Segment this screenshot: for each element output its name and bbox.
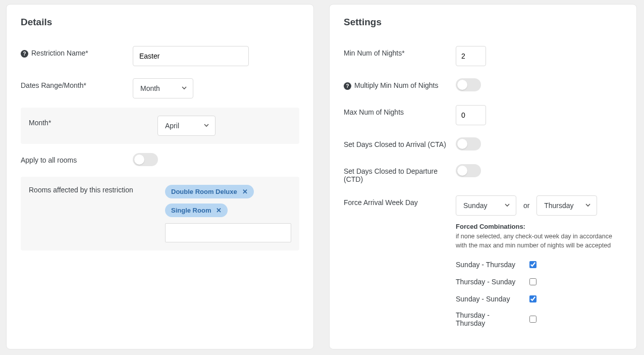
min-nights-label: Min Num of Nights*	[344, 46, 456, 57]
combo-checkbox[interactable]	[529, 295, 536, 302]
rooms-chips: Double Room Deluxe ✕ Single Room ✕	[165, 185, 291, 217]
room-chip[interactable]: Double Room Deluxe ✕	[165, 185, 254, 198]
combo-checkbox[interactable]	[529, 316, 536, 323]
remove-chip-icon[interactable]: ✕	[242, 188, 248, 195]
combo-checkbox[interactable]	[529, 261, 536, 268]
details-heading: Details	[21, 17, 299, 28]
settings-heading: Settings	[344, 17, 622, 28]
or-text: or	[523, 201, 529, 210]
combo-checkbox[interactable]	[529, 278, 536, 285]
forced-combinations-title: Forced Combinations:	[456, 223, 622, 230]
rooms-input[interactable]	[165, 223, 291, 242]
max-nights-label: Max Num of Nights	[344, 105, 456, 116]
combo-row: Sunday - Thursday	[456, 256, 622, 273]
ctd-label: Set Days Closed to Departure (CTD)	[344, 164, 456, 183]
room-chip[interactable]: Single Room ✕	[165, 204, 228, 217]
combo-row: Thursday - Sunday	[456, 273, 622, 290]
details-card: Details ? Restriction Name* Dates Range/…	[6, 4, 314, 349]
cta-toggle[interactable]	[456, 137, 481, 150]
combo-row: Thursday - Thursday	[456, 308, 622, 331]
restriction-name-input[interactable]	[133, 46, 249, 66]
max-nights-input[interactable]	[456, 105, 486, 125]
force-arrival-label: Force Arrival Week Day	[344, 195, 456, 207]
cta-label: Set Days Closed to Arrival (CTA)	[344, 137, 456, 148]
force-arrival-day2-select[interactable]: Thursday	[536, 195, 597, 216]
apply-all-rooms-label: Apply to all rooms	[21, 153, 133, 164]
help-icon[interactable]: ?	[344, 82, 351, 90]
month-select[interactable]: April	[157, 116, 216, 136]
multiply-min-nights-label: ? Multiply Min Num of Nights	[344, 78, 456, 90]
apply-all-rooms-toggle[interactable]	[133, 153, 158, 166]
force-arrival-day1-select[interactable]: Sunday	[456, 195, 516, 216]
combo-row: Sunday - Sunday	[456, 290, 622, 308]
restriction-name-label: ? Restriction Name*	[21, 46, 133, 58]
dates-range-select[interactable]: Month	[133, 78, 193, 98]
multiply-min-nights-toggle[interactable]	[456, 78, 481, 91]
remove-chip-icon[interactable]: ✕	[216, 207, 222, 214]
dates-range-label: Dates Range/Month*	[21, 78, 133, 89]
forced-combinations-note: if none selected, any check-out week day…	[456, 232, 622, 250]
month-label: Month*	[29, 116, 157, 127]
rooms-affected-label: Rooms affected by this restriction	[29, 185, 150, 242]
help-icon[interactable]: ?	[21, 50, 28, 58]
ctd-toggle[interactable]	[456, 164, 481, 177]
min-nights-input[interactable]	[456, 46, 486, 66]
settings-card: Settings Min Num of Nights* ? Multiply M…	[329, 4, 637, 349]
